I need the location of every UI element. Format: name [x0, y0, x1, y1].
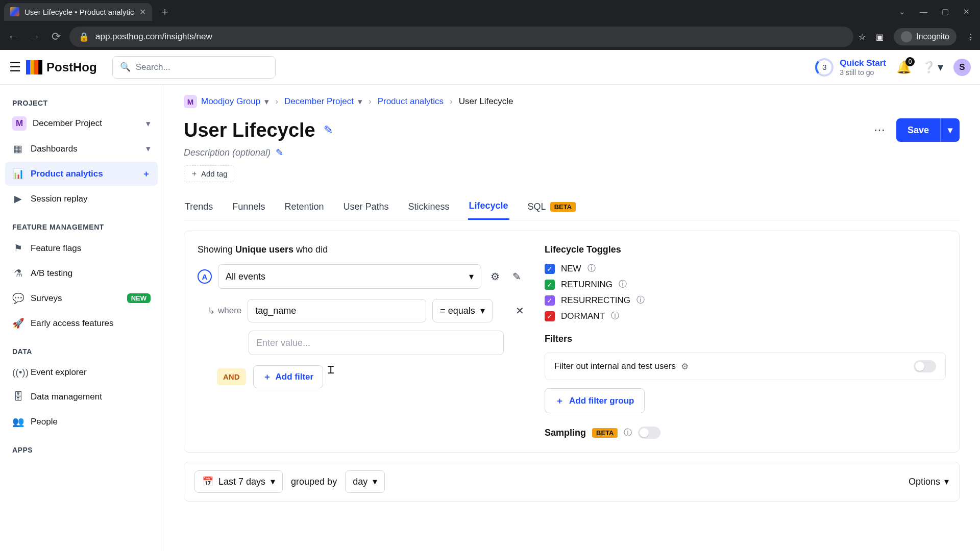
chevron-down-icon[interactable]: ⌄ [899, 7, 905, 16]
tab-trends[interactable]: Trends [184, 193, 214, 220]
logo-text: PostHog [46, 60, 97, 74]
tab-retention[interactable]: Retention [283, 193, 325, 220]
chevron-right-icon: › [450, 96, 453, 107]
close-window-icon[interactable]: ✕ [963, 7, 970, 16]
close-icon[interactable]: ✕ [139, 7, 146, 17]
options-button[interactable]: Options ▾ [909, 476, 949, 487]
value-input[interactable] [249, 331, 504, 355]
flag-icon: ⚑ [12, 242, 23, 254]
tab-label: Lifecycle [469, 201, 508, 211]
tab-label: Trends [185, 202, 213, 212]
description-field[interactable]: Description (optional) ✎ [184, 147, 960, 158]
chevron-down-icon: ▾ [480, 305, 485, 316]
back-icon[interactable]: ← [5, 30, 21, 43]
quick-start-count: 3 [822, 63, 826, 71]
toggle-new[interactable]: ✓NEWⓘ [545, 263, 946, 274]
incognito-badge[interactable]: Incognito [894, 28, 957, 45]
sidebar-item-session-replay[interactable]: ▶ Session replay [5, 187, 158, 211]
checkbox-icon[interactable]: ✓ [545, 295, 555, 306]
quick-start[interactable]: 3 Quick Start 3 still to go [815, 58, 886, 77]
edit-icon[interactable]: ✎ [509, 270, 524, 283]
sidebar-item-dashboards[interactable]: ▦ Dashboards ▾ [5, 137, 158, 161]
tab-sql[interactable]: SQLBETA [527, 193, 577, 220]
sidebar-item-people[interactable]: 👥 People [5, 410, 158, 434]
filter-icon[interactable]: ⚙ [487, 270, 503, 283]
add-filter-button[interactable]: ＋ Add filter [253, 365, 324, 388]
tab-stickiness[interactable]: Stickiness [407, 193, 451, 220]
search-input[interactable]: 🔍 Search... [112, 56, 276, 79]
plus-icon[interactable]: ＋ [142, 168, 151, 180]
toggle-resurrecting[interactable]: ✓RESURRECTINGⓘ [545, 295, 946, 306]
new-tab-button[interactable]: ＋ [152, 4, 178, 19]
maximize-icon[interactable]: ▢ [942, 7, 949, 16]
avatar[interactable]: S [953, 59, 971, 76]
sidebar-item-product-analytics[interactable]: 📊 Product analytics ＋ [5, 162, 158, 186]
url-field[interactable]: 🔒 app.posthog.com/insights/new [69, 27, 853, 47]
sidebar-item-ab-testing[interactable]: ⚗ A/B testing [5, 261, 158, 285]
info-icon[interactable]: ⓘ [587, 263, 596, 274]
checkbox-icon[interactable]: ✓ [545, 264, 555, 274]
kebab-icon[interactable]: ⋮ [967, 32, 975, 42]
date-range-select[interactable]: 📅 Last 7 days ▾ [194, 470, 283, 493]
checkbox-icon[interactable]: ✓ [545, 311, 555, 321]
filter-internal-users: Filter out internal and test users ⚙ [545, 353, 946, 380]
add-tag-button[interactable]: ＋ Add tag [184, 165, 234, 182]
checkbox-icon[interactable]: ✓ [545, 280, 555, 290]
extension-icon[interactable]: ▣ [876, 32, 884, 42]
toggle-returning[interactable]: ✓RETURNINGⓘ [545, 279, 946, 290]
menu-icon[interactable]: ☰ [9, 59, 21, 75]
tab-lifecycle[interactable]: Lifecycle [468, 193, 509, 220]
browser-chrome: User Lifecycle • Product analytic ✕ ＋ ⌄ … [0, 0, 980, 50]
quick-start-title: Quick Start [840, 58, 886, 68]
description-placeholder: Description (optional) [184, 147, 271, 158]
more-icon[interactable]: ⋯ [870, 119, 889, 141]
logo[interactable]: PostHog [26, 60, 97, 74]
sidebar-item-feature-flags[interactable]: ⚑ Feature flags [5, 236, 158, 260]
operator-select[interactable]: = equals▾ [432, 299, 493, 322]
sidebar-item-label: Surveys [31, 293, 62, 304]
tab-user-paths[interactable]: User Paths [342, 193, 389, 220]
sidebar-item-event-explorer[interactable]: ((•)) Event explorer [5, 361, 158, 384]
toggle-dormant[interactable]: ✓DORMANTⓘ [545, 311, 946, 321]
save-button[interactable]: Save ▾ [896, 118, 960, 142]
browser-tab[interactable]: User Lifecycle • Product analytic ✕ [4, 3, 152, 21]
tab-funnels[interactable]: Funnels [231, 193, 266, 220]
save-dropdown-icon[interactable]: ▾ [940, 118, 960, 142]
minimize-icon[interactable]: — [920, 7, 927, 16]
sidebar: PROJECT M December Project ▾ ▦ Dashboard… [0, 85, 163, 551]
breadcrumb-project[interactable]: December Project▾ [284, 96, 362, 107]
info-icon[interactable]: ⓘ [619, 279, 627, 290]
info-icon[interactable]: ⓘ [611, 311, 619, 321]
tab-label: SQL [528, 202, 546, 212]
toggle-switch[interactable] [914, 360, 936, 372]
sidebar-item-early-access[interactable]: 🚀 Early access features [5, 311, 158, 335]
sidebar-item-data-management[interactable]: 🗄 Data management [5, 385, 158, 409]
rocket-icon: 🚀 [12, 317, 23, 329]
chevron-right-icon: › [275, 96, 278, 107]
toggle-switch[interactable] [638, 427, 660, 439]
event-select[interactable]: All events ▾ [218, 264, 481, 289]
edit-icon[interactable]: ✎ [324, 123, 333, 137]
remove-filter-icon[interactable]: ✕ [516, 305, 524, 317]
gear-icon[interactable]: ⚙ [681, 361, 689, 372]
add-filter-group-button[interactable]: ＋ Add filter group [545, 388, 645, 413]
breadcrumb-section[interactable]: Product analytics [378, 96, 444, 107]
property-label: tag_name [255, 306, 296, 316]
notifications-button[interactable]: 🔔 0 [896, 60, 912, 74]
property-select[interactable]: tag_name [248, 299, 426, 322]
help-button[interactable]: ❔▾ [922, 61, 943, 74]
search-placeholder: Search... [136, 62, 170, 72]
save-label[interactable]: Save [896, 119, 940, 142]
sidebar-item-surveys[interactable]: 💬 Surveys NEW [5, 286, 158, 310]
main-content: MMoodjoy Group▾ › December Project▾ › Pr… [163, 85, 980, 551]
interval-select[interactable]: day ▾ [345, 470, 385, 493]
breadcrumb-org[interactable]: MMoodjoy Group▾ [184, 95, 269, 108]
sidebar-project-selector[interactable]: M December Project ▾ [5, 111, 158, 136]
star-icon[interactable]: ☆ [859, 32, 866, 42]
edit-icon[interactable]: ✎ [276, 147, 283, 158]
forward-icon: → [27, 30, 43, 43]
reload-icon[interactable]: ⟳ [48, 30, 64, 43]
event-label: All events [226, 271, 265, 282]
info-icon[interactable]: ⓘ [624, 428, 632, 438]
info-icon[interactable]: ⓘ [636, 295, 645, 306]
